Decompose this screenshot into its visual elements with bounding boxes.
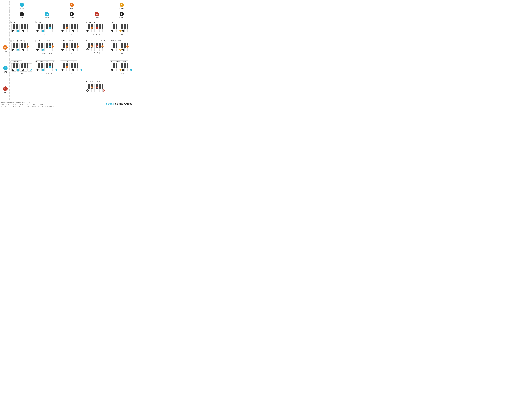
svg-text:R: R [62, 49, 63, 50]
chord-dom7-label: (ドミナント)セブンス [10, 40, 25, 42]
chord-dom7-names: 7 [21, 52, 22, 54]
svg-rect-186 [130, 43, 132, 51]
svg-text:m3: m3 [91, 46, 92, 47]
svg-text:R: R [87, 90, 88, 91]
chord-minmaj7: マイナー・メジャーセブンス R m3 5 7 mΔ7 [59, 59, 84, 80]
svg-rect-50 [77, 24, 78, 29]
badge-5-2: 5 [70, 12, 74, 16]
svg-rect-124 [38, 43, 40, 48]
label-perfect-5th-3: 完全5度 [119, 17, 124, 19]
svg-rect-104 [16, 43, 18, 48]
svg-rect-46 [63, 24, 65, 29]
svg-text:R: R [12, 70, 13, 71]
svg-rect-103 [13, 43, 15, 48]
svg-rect-209 [16, 64, 18, 68]
svg-text:+5: +5 [49, 46, 50, 47]
svg-rect-45 [80, 24, 82, 32]
svg-rect-12 [27, 24, 28, 29]
brand-quest: Sound Quest [115, 102, 132, 105]
svg-text:m3: m3 [91, 87, 92, 88]
fifth-perfect-3: 5 完全5度 [109, 11, 133, 20]
svg-rect-145 [63, 43, 65, 48]
svg-text:7: 7 [31, 70, 32, 71]
chord-maj7: メジャーセブンス R 3 5 7 Δ7 [10, 59, 35, 80]
piano-svg-dom7: R 3 5 m7 [11, 43, 32, 52]
svg-rect-212 [27, 64, 28, 68]
piano-svg-dim7: R m3 o5 o7 [86, 84, 107, 93]
dim7-empty-5 [109, 80, 133, 100]
svg-text:m7: m7 [27, 46, 28, 47]
svg-rect-86 [121, 24, 123, 29]
svg-text:R: R [37, 30, 38, 31]
svg-text:R: R [112, 69, 113, 71]
piano-minor: R m3 5 [60, 24, 83, 33]
svg-rect-11 [24, 24, 26, 29]
badge-o7-row: o7 [3, 86, 8, 91]
svg-rect-208 [13, 64, 15, 68]
chord-dom7: (ドミナント)セブンス R 3 5 m7 7 [10, 39, 35, 59]
svg-rect-231 [46, 63, 48, 68]
chord-min7: マイナー・セブンス R m3 5 m7 m7 [59, 39, 84, 59]
svg-rect-252 [71, 63, 73, 68]
svg-text:3: 3 [43, 49, 43, 50]
badge-o5: o5 [95, 12, 99, 16]
svg-rect-273 [121, 63, 123, 68]
svg-rect-165 [105, 43, 107, 51]
chord-diminished: ディミニッシュ R m3 [84, 20, 109, 39]
header-long-3rd: 3 長3度 [10, 1, 35, 11]
svg-text:4: 4 [120, 49, 121, 50]
piano-svg-maj7sus4: R 4 5 7 [111, 63, 132, 73]
chord-7sus4-names: 7sus4 [120, 52, 123, 54]
row-header-m7: m7 短7度 [3, 45, 8, 53]
badge-4: 4 [120, 3, 124, 7]
svg-text:R: R [112, 49, 113, 50]
svg-rect-275 [127, 63, 128, 68]
chord-maj7sus4-names: Δ7sus4 [119, 73, 124, 74]
svg-rect-68 [99, 24, 101, 29]
svg-text:m3: m3 [66, 67, 67, 67]
svg-text:+5: +5 [49, 27, 50, 28]
badge-m7-row: m7 [3, 45, 8, 50]
svg-text:4: 4 [120, 30, 121, 31]
piano-svg-sus4: R 4 5 [111, 24, 132, 33]
piano-svg-minmaj7: R m3 5 7 [61, 63, 82, 73]
svg-rect-254 [77, 63, 78, 68]
svg-rect-65 [88, 24, 90, 29]
chord-halfdim7-names: ø7 / m7(-5) [94, 52, 100, 54]
svg-rect-29 [46, 24, 48, 29]
label-maj7-row: 長7度 [3, 71, 7, 73]
svg-rect-102 [30, 43, 32, 51]
row-label-maj7: 7 長7度 [1, 59, 10, 80]
fifth-dim: o5 減5度 [84, 11, 109, 20]
chord-minmaj7-names: mΔ7 [70, 73, 73, 74]
piano-svg-halfdim7: R m3 o5 m7 [86, 43, 107, 52]
svg-text:m3: m3 [91, 27, 92, 28]
piano-svg-minor: R m3 5 [61, 24, 82, 33]
row-label-m7: m7 短7度 [1, 39, 10, 59]
chord-augmented-label: オーグメント [35, 21, 45, 23]
badge-plus5: +5 [45, 12, 49, 16]
label-perfect-5th-1: 完全5度 [19, 17, 25, 19]
svg-rect-292 [88, 84, 90, 89]
piano-major: R 3 5 [10, 24, 33, 33]
label-dim7-row: 減7度 [3, 92, 7, 94]
row-label-dim7: o7 減7度 [1, 80, 10, 100]
row-header-dim7: o7 減7度 [3, 86, 8, 94]
svg-rect-295 [99, 84, 101, 89]
chord-empty-dimaj7 [84, 59, 109, 80]
piano-svg-7sus4: R 4 5 m7 [111, 43, 132, 52]
svg-rect-274 [124, 63, 126, 68]
chord-major-label: メジャー [10, 21, 17, 23]
chord-maj7-names: Δ7 [21, 73, 23, 74]
chord-minmaj7-label: マイナー・メジャーセブンス [60, 60, 77, 62]
svg-text:4: 4 [120, 69, 121, 71]
svg-rect-64 [105, 24, 107, 32]
fifth-perfect-1: 5 完全5度 [10, 11, 35, 20]
chord-dim-label: ディミニッシュ [85, 21, 96, 23]
label-m7-row: 短7度 [3, 51, 7, 53]
chord-augmaj7: オーグメント・メジャーセブンス R 3 +5 7 augΔ7 / +Δ7 [35, 59, 59, 80]
label-perfect-4th: 完全4度 [119, 7, 124, 9]
svg-text:m7: m7 [77, 46, 78, 47]
svg-text:3: 3 [43, 69, 43, 71]
chord-7sus4-label: セブンス・サスフォー [110, 40, 125, 42]
